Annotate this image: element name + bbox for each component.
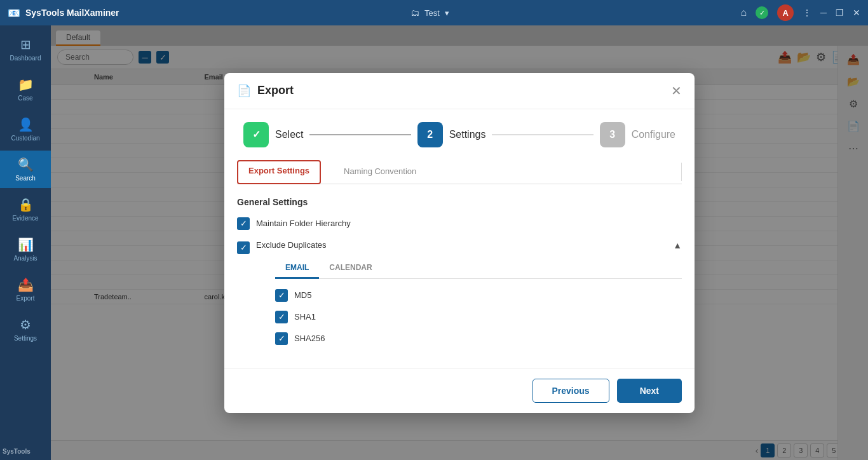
maintain-folder-hierarchy-label: Maintain Folder Hierarchy xyxy=(256,219,351,228)
close-icon[interactable]: ✕ xyxy=(853,8,860,18)
minimize-icon[interactable]: ─ xyxy=(820,8,827,18)
home-icon[interactable]: ⌂ xyxy=(740,7,747,18)
step-select: ✓ Select xyxy=(243,122,303,147)
step-label-settings: Settings xyxy=(449,129,486,140)
maintain-folder-hierarchy-checkbox[interactable]: ✓ xyxy=(237,217,250,230)
titlebar: 📧 SysTools MailXaminer 🗂 Test ▾ ⌂ ✓ ✓A ⋮… xyxy=(0,0,868,25)
sidebar-label-search: Search xyxy=(15,175,36,182)
sha256-checkbox[interactable]: ✓ xyxy=(275,332,288,345)
exclude-duplicates-checkbox[interactable]: ✓ xyxy=(237,241,250,254)
app-icon: 📧 xyxy=(8,7,20,19)
evidence-icon: 🔒 xyxy=(18,197,34,212)
hash-row-sha256: ✓ SHA256 xyxy=(275,332,682,345)
dropdown-icon[interactable]: ▾ xyxy=(445,8,449,18)
md5-checkbox[interactable]: ✓ xyxy=(275,289,288,302)
analysis-icon: 📊 xyxy=(18,237,34,252)
export-dialog: 📄 Export ✕ ✓ Select 2 Settings xyxy=(224,73,695,413)
sha256-label: SHA256 xyxy=(294,334,325,343)
step-configure: 3 Configure xyxy=(600,122,675,147)
sidebar-item-export[interactable]: 📤 Export xyxy=(0,271,51,308)
sidebar-label-analysis: Analysis xyxy=(13,255,37,262)
case-icon: 📁 xyxy=(18,77,34,92)
step-line-1 xyxy=(309,134,410,135)
maintain-folder-hierarchy-row: ✓ Maintain Folder Hierarchy xyxy=(237,217,682,230)
md5-label: MD5 xyxy=(294,290,311,300)
sidebar-label-case: Case xyxy=(18,95,32,102)
exclude-duplicates-label: Exclude Duplicates xyxy=(256,240,327,250)
step-settings: 2 Settings xyxy=(417,122,486,147)
sidebar-label-export: Export xyxy=(17,295,35,302)
sub-tabs: Export Settings Naming Convention xyxy=(237,160,682,184)
previous-button[interactable]: Previous xyxy=(532,379,609,403)
inner-tabs: EMAIL CALENDAR xyxy=(275,258,682,279)
dialog-footer: Previous Next xyxy=(224,368,695,413)
step-label-configure: Configure xyxy=(632,129,675,140)
sha1-checkbox[interactable]: ✓ xyxy=(275,311,288,323)
dashboard-icon: ⊞ xyxy=(20,37,31,52)
general-settings-section: General Settings ✓ Maintain Folder Hiera… xyxy=(237,197,682,345)
hash-options: ✓ MD5 ✓ SHA1 ✓ SHA256 xyxy=(275,289,682,345)
sidebar-item-settings[interactable]: ⚙ Settings xyxy=(0,311,51,348)
next-button[interactable]: Next xyxy=(617,379,682,403)
main-layout: ⊞ Dashboard 📁 Case 👤 Custodian 🔍 Search … xyxy=(0,25,868,460)
sidebar: ⊞ Dashboard 📁 Case 👤 Custodian 🔍 Search … xyxy=(0,25,51,460)
step-line-2 xyxy=(492,134,593,135)
dialog-content: Export Settings Naming Convention Genera… xyxy=(224,160,695,355)
collapse-button[interactable]: ▲ xyxy=(673,240,682,250)
sidebar-item-custodian[interactable]: 👤 Custodian xyxy=(0,111,51,148)
step-circle-select: ✓ xyxy=(243,122,269,147)
sidebar-item-dashboard[interactable]: ⊞ Dashboard xyxy=(0,30,51,68)
inner-tab-calendar[interactable]: CALENDAR xyxy=(319,258,382,279)
settings-icon: ⚙ xyxy=(20,317,31,332)
sidebar-label-evidence: Evidence xyxy=(12,215,38,222)
stepper: ✓ Select 2 Settings 3 Configure xyxy=(224,109,695,160)
sub-tab-naming-convention[interactable]: Naming Convention xyxy=(331,160,429,184)
sidebar-label-dashboard: Dashboard xyxy=(10,55,41,62)
app-title: SysTools MailXaminer xyxy=(25,8,119,18)
sub-tab-export-settings[interactable]: Export Settings xyxy=(237,160,321,184)
step-circle-settings: 2 xyxy=(417,122,443,147)
step-label-select: Select xyxy=(275,129,303,140)
project-icon: 🗂 xyxy=(410,8,419,18)
dialog-close-button[interactable]: ✕ xyxy=(671,83,682,98)
avatar[interactable]: ✓A xyxy=(777,4,794,21)
general-settings-title: General Settings xyxy=(237,197,682,207)
project-info: 🗂 Test ▾ xyxy=(410,8,449,18)
dialog-header: 📄 Export ✕ xyxy=(224,73,695,109)
exclude-duplicates-row: ✓ Exclude Duplicates ▲ EMAIL xyxy=(237,240,682,345)
more-icon[interactable]: ⋮ xyxy=(803,8,811,18)
exclude-duplicates-section: Exclude Duplicates ▲ EMAIL CALEND xyxy=(256,240,682,345)
sidebar-label-settings: Settings xyxy=(14,335,37,342)
sub-tab-divider xyxy=(681,163,682,181)
inner-tab-email[interactable]: EMAIL xyxy=(275,258,319,279)
export-icon: 📤 xyxy=(18,277,34,292)
dialog-overlay: 📄 Export ✕ ✓ Select 2 Settings xyxy=(51,25,868,460)
sidebar-item-case[interactable]: 📁 Case xyxy=(0,71,51,108)
titlebar-icons: ⌂ ✓ ✓A ⋮ ─ ❐ ✕ xyxy=(740,4,860,21)
hash-row-md5: ✓ MD5 xyxy=(275,289,682,302)
dialog-header-icon: 📄 xyxy=(237,84,251,98)
step-circle-configure: 3 xyxy=(600,122,625,147)
hash-row-sha1: ✓ SHA1 xyxy=(275,311,682,323)
search-icon: 🔍 xyxy=(18,157,34,172)
brand: SysTools xyxy=(3,448,31,455)
sidebar-item-search[interactable]: 🔍 Search xyxy=(0,151,51,188)
sidebar-item-evidence[interactable]: 🔒 Evidence xyxy=(0,191,51,228)
sidebar-item-analysis[interactable]: 📊 Analysis xyxy=(0,231,51,268)
project-name: Test xyxy=(424,8,440,18)
sidebar-label-custodian: Custodian xyxy=(11,135,39,142)
custodian-icon: 👤 xyxy=(18,117,34,132)
status-icon: ✓ xyxy=(756,6,768,19)
maximize-icon[interactable]: ❐ xyxy=(836,8,844,18)
content-area: Default ─ ✓ 📤 📂 ⚙ 📄 ⋯ xyxy=(51,25,868,460)
dialog-title: Export xyxy=(257,84,665,97)
sha1-label: SHA1 xyxy=(294,312,316,321)
